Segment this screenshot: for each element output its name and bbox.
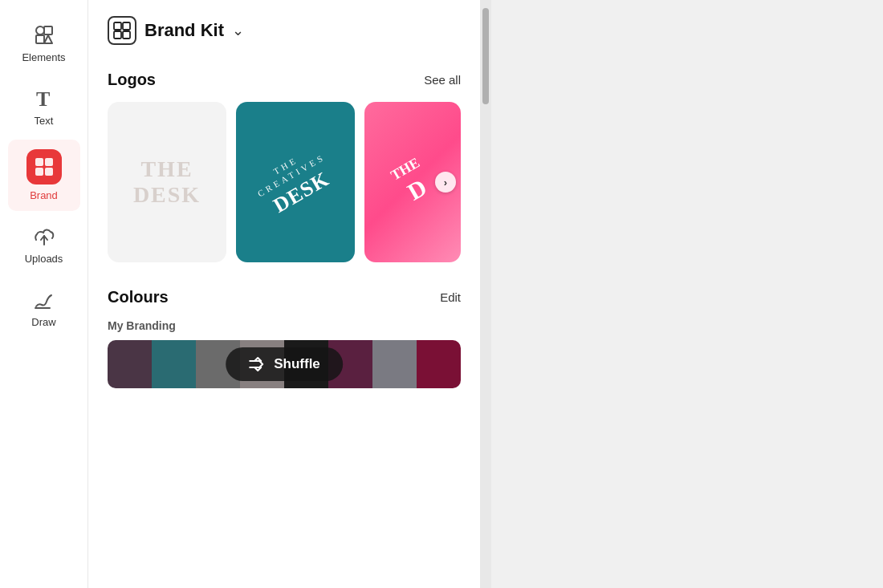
svg-rect-6 — [45, 158, 53, 166]
svg-rect-12 — [123, 22, 130, 30]
colour-strip: Shuffle — [108, 340, 461, 388]
sidebar-item-text-label: Text — [35, 115, 54, 127]
shuffle-icon — [248, 355, 266, 373]
sidebar-item-draw[interactable]: Draw — [8, 278, 80, 338]
logo1-placeholder-text: THE DESK — [108, 140, 226, 224]
edit-colours-button[interactable]: Edit — [440, 290, 461, 304]
swatch-2[interactable] — [152, 340, 196, 388]
colours-section: Colours Edit My Branding — [108, 288, 461, 388]
svg-marker-3 — [44, 35, 52, 43]
logos-grid: THE DESK THE CREATIVES DESK THE D — [108, 102, 461, 262]
svg-text:T: T — [36, 87, 50, 109]
shuffle-label: Shuffle — [274, 356, 320, 372]
logo-card-3[interactable]: THE D › — [364, 102, 461, 262]
logo-card-2[interactable]: THE CREATIVES DESK — [236, 102, 355, 262]
pink-logo-text: THE D — [388, 155, 437, 210]
text-icon: T — [32, 86, 56, 110]
colours-title: Colours — [108, 288, 169, 306]
swatch-7[interactable] — [372, 340, 417, 388]
next-logo-button[interactable]: › — [435, 172, 456, 193]
sidebar-item-elements-label: Elements — [22, 51, 65, 63]
panel-title: Brand Kit — [144, 20, 224, 41]
svg-point-0 — [36, 26, 44, 34]
svg-rect-5 — [35, 158, 43, 166]
brand-kit-icon — [108, 16, 136, 45]
sidebar-item-uploads[interactable]: Uploads — [8, 214, 80, 274]
sidebar-item-brand-label: Brand — [30, 189, 58, 201]
sidebar-item-brand[interactable]: Brand — [8, 140, 80, 211]
sidebar-item-draw-label: Draw — [31, 316, 55, 328]
svg-rect-14 — [123, 31, 130, 39]
chevron-down-icon[interactable]: ⌄ — [232, 22, 244, 39]
brand-icon — [26, 149, 62, 185]
my-branding-label: My Branding — [108, 319, 461, 332]
swatch-1[interactable] — [108, 340, 152, 388]
svg-rect-8 — [45, 168, 53, 176]
sidebar-item-uploads-label: Uploads — [25, 253, 63, 265]
teal-logo-text: THE CREATIVES DESK — [246, 139, 346, 225]
see-all-button[interactable]: See all — [424, 73, 461, 87]
logo-card-1[interactable]: THE DESK — [108, 102, 226, 262]
teal-logo: THE CREATIVES DESK — [236, 102, 355, 262]
shuffle-button[interactable]: Shuffle — [226, 347, 343, 381]
sidebar-item-text[interactable]: T Text — [8, 76, 80, 136]
svg-rect-1 — [44, 26, 52, 34]
uploads-icon — [32, 224, 56, 248]
draw-icon — [32, 287, 56, 311]
svg-rect-2 — [36, 35, 44, 43]
logos-section-header: Logos See all — [108, 71, 461, 89]
svg-rect-11 — [114, 22, 121, 30]
panel-header: Brand Kit ⌄ — [88, 0, 480, 58]
scrollbar[interactable] — [480, 0, 491, 588]
scrollbar-thumb[interactable] — [482, 8, 489, 104]
right-canvas-area — [491, 0, 883, 588]
sidebar: Elements T Text Brand Up — [0, 0, 88, 588]
colours-section-header: Colours Edit — [108, 288, 461, 306]
elements-icon — [32, 22, 56, 47]
logos-title: Logos — [108, 71, 156, 89]
swatch-8[interactable] — [417, 340, 461, 388]
panel-content: Logos See all THE DESK THE CREATIVES DES… — [88, 58, 480, 588]
sidebar-item-elements[interactable]: Elements — [8, 13, 80, 73]
svg-rect-13 — [114, 31, 121, 39]
main-panel: Brand Kit ⌄ Logos See all THE DESK THE C… — [88, 0, 480, 588]
svg-rect-7 — [35, 168, 43, 176]
